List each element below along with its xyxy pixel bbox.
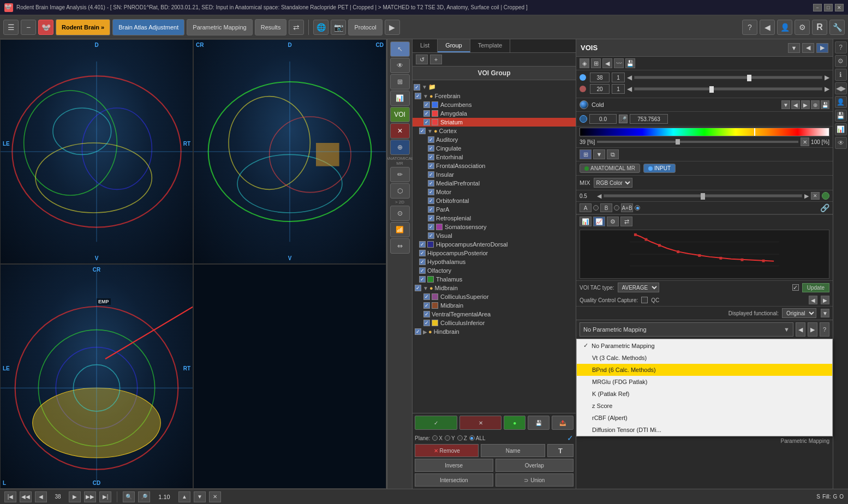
motor-checkbox[interactable]: ✓ [428,189,434,195]
tree-forebrain[interactable]: ✓ ▼ ● Forebrain [413,92,576,100]
cortex-checkbox[interactable]: ✓ [419,128,426,134]
side-eye-btn[interactable]: 👁 [835,137,847,149]
tree-orbitofrontal[interactable]: ✓ Orbitofrontal [413,196,576,205]
dropdown-k[interactable]: K (Patlak Ref) [577,388,832,400]
dropdown-vt[interactable]: Vt (3 Calc. Methods) [577,352,832,364]
grid-icon-btn[interactable]: ⊞ [390,74,410,89]
midbrain-expand[interactable]: ▼ [423,285,428,291]
voi-icon-btn[interactable]: VOI [390,107,410,122]
t-btn[interactable]: T [547,444,574,457]
olfactory-checkbox[interactable]: ✓ [419,267,426,274]
export-voi-btn[interactable]: 📤 [552,416,574,430]
forebrain-checkbox[interactable]: ✓ [415,93,421,99]
channel1-thumb[interactable] [747,75,751,81]
param-mapping-select[interactable]: No Parametric Mapping ▼ [580,322,793,337]
insular-checkbox[interactable]: ✓ [428,171,434,178]
chart-icon-btn[interactable]: 📊 [390,91,410,106]
qc-nav-next[interactable]: ▶ [821,296,829,304]
channel2-right-arrow[interactable]: ▶ [825,85,829,93]
channel1-num-input[interactable]: 1 [612,73,625,82]
mode-icon-btn[interactable]: ⊞ [580,149,592,159]
alpha-slider-thumb[interactable] [701,193,705,200]
dropdown-arrow-btn[interactable]: ▼ [788,43,800,53]
root-checkbox[interactable]: ✓ [414,84,420,91]
check-all-btn[interactable]: ✓ [415,416,457,430]
channel2-left-arrow[interactable]: ◀ [627,85,632,93]
alpha-green-btn[interactable] [822,192,829,200]
tree-insular[interactable]: ✓ Insular [413,170,576,179]
skip-start-btn[interactable]: |◀ [4,491,16,502]
close-btn[interactable]: ✕ [835,4,844,11]
chart-bar-btn[interactable]: 📊 [580,217,592,226]
color-mode-btn[interactable]: ◈ [580,58,589,68]
rotate-btn[interactable]: ⊙ [390,206,410,221]
thresh-max-input[interactable] [630,114,668,124]
tree-hippocampusad[interactable]: ✓ HippocampusAnteroDorsal [413,240,576,249]
qc-nav-prev[interactable]: ◀ [809,296,817,304]
channel1-left-arrow[interactable]: ◀ [627,74,632,81]
radio-a-circle[interactable] [593,205,599,211]
tree-ventraltegmental[interactable]: ✓ VentralTegmentalArea [413,310,576,319]
cingulate-checkbox[interactable]: ✓ [428,145,434,152]
a-btn[interactable]: A [580,203,592,212]
colorbar-low-marker[interactable] [754,128,755,136]
extra-icon-btn[interactable]: 🔧 [829,20,845,35]
wave-btn[interactable]: 〰 [614,58,624,68]
cortex-expand[interactable]: ▼ [427,128,433,134]
menu-btn[interactable]: ☰ [3,20,19,35]
chart-line-btn[interactable]: 📈 [593,217,605,226]
alpha-left-arrow[interactable]: ◀ [597,193,601,200]
protocol-btn[interactable]: Protocol [348,19,382,35]
skip-end-btn[interactable]: ▶| [99,491,111,502]
input-btn[interactable]: INPUT [643,164,676,173]
tab-group[interactable]: Group [438,39,470,52]
tree-medialprefrontal[interactable]: ✓ MedialPrefrontal [413,179,576,188]
color-dropdown-btn[interactable]: ▼ [781,100,790,109]
view-icon-btn[interactable]: 👁 [390,58,410,73]
plane-z-label[interactable]: Z [457,435,467,441]
retrosplenial-checkbox[interactable]: ✓ [428,215,434,221]
func-select[interactable]: Original [782,308,816,318]
b-btn[interactable]: B [600,203,612,212]
tree-cingulate[interactable]: ✓ Cingulate [413,144,576,153]
mode-icon-btn2[interactable]: ▼ [593,149,605,159]
param-prev-btn[interactable]: ◀ [796,322,805,337]
striatum-checkbox[interactable]: ✓ [423,119,430,125]
tree-frontalassoc[interactable]: ✓ FrontalAssociation [413,161,576,170]
mic-btn[interactable]: 🎤 [619,115,628,123]
tree-cortex[interactable]: ✓ ▼ ● Cortex [413,127,576,135]
arrow-right-icon-btn[interactable]: ▶ [385,20,400,35]
channel1-slider[interactable] [634,76,822,79]
tree-root-check[interactable]: ✓ ▼ 📁 [413,82,576,92]
somatosensory-checkbox[interactable]: ✓ [428,224,434,230]
tree-auditory[interactable]: ✓ Auditory [413,135,576,144]
vois-next-btn[interactable]: ▶ [816,43,828,53]
plane-x-radio[interactable] [432,435,438,441]
percent-slider-track[interactable] [597,141,798,143]
zoom-down-btn[interactable]: ▼ [194,491,206,502]
param-help-btn[interactable]: ? [820,322,829,337]
tree-striatum[interactable]: ✓ Striatum [413,118,576,127]
chart-settings-btn[interactable]: ⚙ [607,217,619,226]
color-copy-btn[interactable]: ⊕ [811,100,820,109]
settings-icon-btn[interactable]: ⚙ [795,20,810,35]
tree-retrosplenial[interactable]: ✓ Retrosplenial [413,214,576,223]
colorbar[interactable] [580,128,829,136]
brain-view-bottomleft[interactable]: CR CD LE RT EMP L [0,264,193,489]
side-settings-btn[interactable]: ⚙ [835,55,847,67]
color-save-btn[interactable]: 💾 [821,100,829,109]
dropdown-mrglu[interactable]: MRGlu (FDG Patlak) [577,376,832,388]
name-btn[interactable]: Name [481,444,545,457]
alpha-slider-track[interactable] [604,194,802,197]
orbitofrontal-checkbox[interactable]: ✓ [428,197,434,204]
percent-slider-thumb[interactable] [676,139,680,145]
green-circle-btn[interactable]: ● [504,416,525,430]
prev-frame-btn[interactable]: ◀ [35,491,47,502]
tree-somatosensory[interactable]: ✓ Somatosensory [413,223,576,231]
channel1-value-input[interactable]: 38 [590,73,610,82]
auditory-checkbox[interactable]: ✓ [428,136,434,143]
brain-view-topright[interactable]: D V CR CD [193,39,386,264]
tree-midbrain-child[interactable]: ✓ Midbrain [413,301,576,310]
radio-b[interactable] [614,205,619,211]
plane-x-label[interactable]: X [432,435,443,441]
